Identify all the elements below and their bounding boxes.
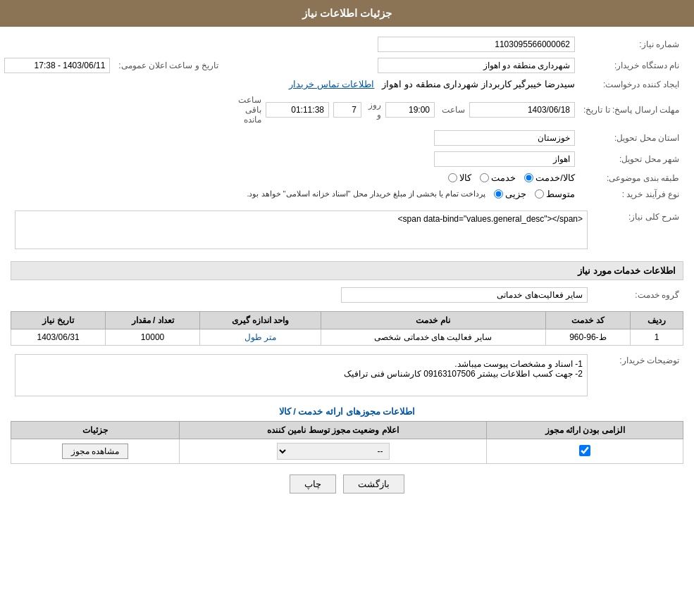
cell-date: 1403/06/31: [11, 329, 106, 346]
perm-col-supplier: اعلام وضعیت مجوز توسط نامین کننده: [179, 422, 487, 439]
contact-info-link[interactable]: اطلاعات تماس خریدار: [289, 79, 374, 89]
buyer-org-input[interactable]: [378, 58, 575, 73]
cell-service-name: سایر فعالیت های خدماتی شخصی: [321, 329, 545, 346]
subject-value: کالا/خدمت خدمت کالا: [231, 170, 579, 186]
page-title: جزئیات اطلاعات نیاز: [302, 7, 392, 19]
page-header: جزئیات اطلاعات نیاز: [0, 0, 694, 27]
service-group-input[interactable]: [341, 287, 588, 303]
service-data-table: ردیف کد خدمت نام خدمت واحد اندازه گیری ت…: [11, 311, 683, 346]
buyer-org-value: [231, 55, 579, 76]
province-input[interactable]: [434, 130, 575, 146]
deadline-days-input[interactable]: [333, 102, 361, 118]
cell-quantity: 10000: [106, 329, 200, 346]
radio-kala-input[interactable]: [448, 173, 457, 182]
view-permit-button[interactable]: مشاهده مجوز: [62, 444, 128, 459]
buyer-notes-value: 1- اسناد و مشخصات پیوست میباشد. 2- جهت ک…: [11, 351, 592, 399]
service-group-label: گروه خدمت:: [592, 284, 683, 306]
buyer-org-label: نام دستگاه خریدار:: [579, 55, 683, 76]
jozii-label: جزیی: [505, 189, 526, 199]
announcement-label: تاریخ و ساعت اعلان عمومی:: [114, 55, 223, 76]
buyer-notes-box: 1- اسناد و مشخصات پیوست میباشد. 2- جهت ک…: [15, 354, 588, 396]
cell-unit: متر طول: [200, 329, 321, 346]
remain-label: ساعت باقی مانده: [238, 95, 261, 125]
bottom-buttons: بازگشت چاپ: [11, 474, 683, 494]
city-value: [231, 149, 579, 170]
deadline-time-input[interactable]: [385, 102, 435, 118]
buyer-notes-label: توضیحات خریدار:: [592, 351, 683, 399]
subject-label: طبقه بندی موضوعی:: [579, 170, 683, 186]
perm-details-cell: مشاهده مجوز: [11, 439, 180, 464]
radio-khadamat-input[interactable]: [480, 173, 489, 182]
need-number-value: [231, 34, 579, 55]
service-group-value: [11, 284, 592, 306]
time-label: ساعت: [442, 105, 465, 115]
deadline-date-input[interactable]: [469, 102, 575, 118]
col-quantity: تعداد / مقدار: [106, 312, 200, 329]
motavasset-label: متوسط: [546, 189, 575, 199]
days-label: روز و: [368, 100, 381, 120]
perm-required-cell: [487, 439, 683, 464]
col-service-code: کد خدمت: [545, 312, 631, 329]
radio-jozii: جزیی: [494, 189, 526, 199]
back-button[interactable]: بازگشت: [343, 474, 404, 494]
col-unit: واحد اندازه گیری: [200, 312, 321, 329]
col-date: تاریخ نیاز: [11, 312, 106, 329]
perm-row: -- مشاهده مجوز: [11, 439, 683, 464]
buyer-notes-line2: 2- جهت کسب اطلاعات بیشتر 09163107506 کار…: [20, 369, 583, 379]
table-row: 1 ط-96-960 سایر فعالیت های خدماتی شخصی م…: [11, 329, 683, 346]
permissions-table: الزامی بودن ارائه مجوز اعلام وضعیت مجوز …: [11, 421, 683, 464]
purchase-note: پرداخت تمام یا بخشی از مبلغ خریدار محل "…: [247, 189, 485, 199]
main-info-table: شماره نیاز: نام دستگاه خریدار: تاریخ و س…: [0, 34, 683, 202]
deadline-label: مهلت ارسال پاسخ: تا تاریخ:: [579, 92, 683, 127]
deadline-value: ساعت روز و ساعت باقی مانده: [231, 92, 579, 127]
requester-label: ایجاد کننده درخواست:: [579, 76, 683, 92]
khadamat-label: خدمت: [491, 172, 516, 183]
general-desc-value: <span data-bind="values.general_desc"></…: [11, 208, 592, 254]
radio-kala-khadamat-input[interactable]: [524, 173, 533, 182]
province-value: [231, 127, 579, 149]
print-button[interactable]: چاپ: [290, 474, 336, 494]
radio-kala-khadamat: کالا/خدمت: [524, 172, 575, 183]
radio-jozii-input[interactable]: [494, 189, 503, 199]
cell-service-code: ط-96-960: [545, 329, 631, 346]
city-input[interactable]: [434, 151, 575, 167]
col-row: ردیف: [631, 312, 683, 329]
purchase-type-label: نوع فرآیند خرید :: [579, 186, 683, 202]
requester-value: سیدرضا خیبرگیر کاربرداز شهرداری منطقه دو…: [231, 76, 579, 92]
announcement-date-input[interactable]: [4, 58, 110, 73]
city-label: شهر محل تحویل:: [579, 149, 683, 170]
deadline-remain-input[interactable]: [266, 102, 329, 118]
kala-label: کالا: [459, 172, 471, 183]
need-number-label: شماره نیاز:: [579, 34, 683, 55]
perm-col-required: الزامی بودن ارائه مجوز: [487, 422, 683, 439]
province-label: استان محل تحویل:: [579, 127, 683, 149]
perm-supplier-select[interactable]: --: [277, 443, 390, 460]
cell-row: 1: [631, 329, 683, 346]
general-desc-label: شرح کلی نیاز:: [592, 208, 683, 254]
service-section-title: اطلاعات خدمات مورد نیاز: [11, 261, 683, 280]
perm-required-checkbox[interactable]: [579, 445, 590, 456]
kala-khadamat-label: کالا/خدمت: [535, 172, 575, 183]
page-wrapper: جزئیات اطلاعات نیاز شماره نیاز: نام دستگ…: [0, 0, 694, 616]
desc-table: شرح کلی نیاز: <span data-bind="values.ge…: [11, 208, 683, 254]
main-content: شماره نیاز: نام دستگاه خریدار: تاریخ و س…: [0, 27, 694, 511]
radio-khadamat: خدمت: [480, 172, 516, 183]
notes-table: توضیحات خریدار: 1- اسناد و مشخصات پیوست …: [11, 351, 683, 399]
perm-supplier-cell: --: [179, 439, 487, 464]
buyer-notes-line1: 1- اسناد و مشخصات پیوست میباشد.: [20, 359, 583, 369]
need-number-input[interactable]: [378, 37, 575, 52]
radio-motavasset: متوسط: [535, 189, 575, 199]
purchase-type-value: متوسط جزیی پرداخت تمام یا بخشی از مبلغ خ…: [231, 186, 579, 202]
permissions-title: اطلاعات مجوزهای ارائه خدمت / کالا: [11, 406, 683, 417]
service-group-table: گروه خدمت:: [11, 284, 683, 306]
general-desc-textarea[interactable]: <span data-bind="values.general_desc"></…: [15, 210, 588, 249]
perm-col-details: جزئیات: [11, 422, 180, 439]
requester-text: سیدرضا خیبرگیر کاربرداز شهرداری منطقه دو…: [382, 79, 575, 89]
radio-kala: کالا: [448, 172, 471, 183]
col-service-name: نام خدمت: [321, 312, 545, 329]
radio-motavasset-input[interactable]: [535, 189, 544, 199]
